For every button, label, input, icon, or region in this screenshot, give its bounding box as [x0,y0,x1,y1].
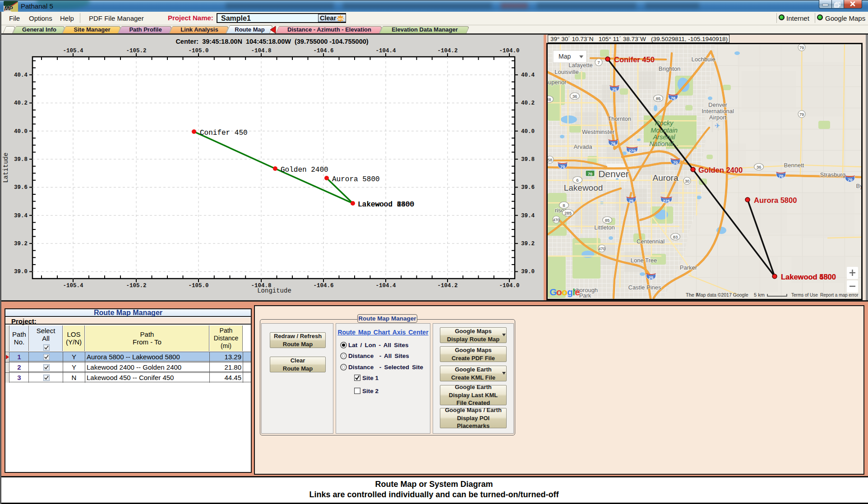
svg-text:25: 25 [649,275,654,280]
svg-text:e: e [575,287,580,297]
svg-text:-105.0: -105.0 [188,283,208,289]
svg-text:o: o [562,287,568,297]
svg-text:6: 6 [576,178,578,183]
svg-text:70: 70 [779,174,784,179]
svg-text:40.2: 40.2 [521,100,535,106]
svg-text:25: 25 [629,198,634,203]
svg-text:85: 85 [605,218,610,223]
svg-text:Map data ©2017 Google: Map data ©2017 Google [697,292,748,298]
svg-text:Strasburg: Strasburg [820,171,845,178]
svg-text:-105.0: -105.0 [188,48,208,54]
svg-text:Lakewood 5800: Lakewood 5800 [781,273,836,281]
svg-text:70: 70 [560,164,565,169]
svg-text:85: 85 [656,96,661,101]
svg-text:-105.4: -105.4 [63,48,83,54]
svg-text:270: 270 [628,148,636,153]
svg-text:Longitude: Longitude [257,287,291,294]
svg-text:70: 70 [673,160,678,165]
svg-text:225: 225 [663,198,670,203]
svg-text:Littleton: Littleton [594,224,615,231]
svg-text:g: g [567,287,573,297]
svg-text:76: 76 [611,141,616,146]
svg-text:Aurora 5800: Aurora 5800 [332,175,380,183]
svg-text:39.4: 39.4 [521,213,535,219]
svg-text:Lone Tree: Lone Tree [631,257,657,264]
svg-text:-104.2: -104.2 [437,283,457,289]
svg-text:39.8: 39.8 [14,156,28,163]
svg-text:Castle Pines: Castle Pines [628,284,661,291]
svg-text:28: 28 [548,97,551,102]
svg-text:G: G [549,287,557,297]
svg-text:36: 36 [757,165,762,170]
svg-text:✈: ✈ [715,122,720,129]
svg-text:Lakewood: Lakewood [564,183,603,192]
svg-text:40.4: 40.4 [14,72,28,78]
svg-text:-105.4: -105.4 [63,283,83,289]
svg-text:Parker: Parker [680,264,697,271]
svg-text:Latitude: Latitude [2,152,9,183]
svg-text:39.0: 39.0 [14,269,28,275]
svg-text:39.6: 39.6 [14,184,28,191]
svg-text:Thornton: Thornton [608,115,631,122]
svg-text:Superior: Superior [548,79,567,86]
svg-text:40.2: 40.2 [14,100,28,106]
svg-text:International: International [702,108,734,115]
svg-text:70: 70 [848,177,853,182]
svg-text:Louisville: Louisville [554,69,578,75]
svg-text:70: 70 [588,172,592,176]
svg-text:39.4: 39.4 [14,213,28,219]
svg-text:Centennial: Centennial [637,238,665,245]
svg-text:-104.6: -104.6 [313,283,333,289]
svg-text:Golden 2400: Golden 2400 [281,166,328,174]
svg-text:-104.2: -104.2 [437,48,457,54]
svg-text:36: 36 [573,94,577,99]
svg-text:470: 470 [553,218,559,222]
svg-text:Rocky: Rocky [655,119,674,127]
svg-text:30: 30 [685,179,689,183]
svg-text:39.2: 39.2 [521,241,535,247]
svg-text:Brighton: Brighton [659,65,680,72]
svg-text:Lochbuie: Lochbuie [692,56,716,63]
svg-text:MP: MP [4,5,13,12]
svg-text:79: 79 [799,46,804,50]
svg-text:-104.0: -104.0 [499,283,519,289]
svg-text:Conifer 450: Conifer 450 [614,55,655,64]
svg-text:Park: Park [579,292,591,299]
svg-text:Westminster: Westminster [582,128,615,135]
svg-text:Mountain: Mountain [651,127,678,134]
svg-text:40.4: 40.4 [521,72,535,78]
svg-text:-105.2: -105.2 [126,48,146,54]
svg-text:Aurora: Aurora [652,173,678,183]
svg-text:-105.2: -105.2 [126,283,146,289]
svg-text:Airport: Airport [709,114,727,121]
svg-text:-104.8: -104.8 [251,48,271,54]
svg-text:-104.4: -104.4 [375,283,396,289]
svg-text:7: 7 [597,60,600,65]
svg-text:39.8: 39.8 [521,156,535,163]
svg-text:Lakewood 2400: Lakewood 2400 [358,201,415,209]
svg-text:285: 285 [564,211,572,215]
svg-text:Map: Map [559,53,571,60]
svg-text:o: o [556,287,562,297]
svg-text:58: 58 [548,158,552,162]
svg-text:83: 83 [673,234,678,239]
svg-text:Aurora 5800: Aurora 5800 [754,196,797,204]
svg-text:79: 79 [799,112,804,117]
svg-text:40.0: 40.0 [14,128,28,135]
svg-text:Denver: Denver [708,101,728,108]
svg-text:40.0: 40.0 [521,128,535,135]
svg-text:NEW: NEW [338,18,344,20]
svg-text:Arsenal: Arsenal [652,133,675,141]
svg-text:Golden 2400: Golden 2400 [698,166,743,174]
svg-text:Terms of Use: Terms of Use [791,293,818,298]
svg-text:-104.4: -104.4 [375,48,396,54]
svg-text:Bennett: Bennett [784,162,804,169]
svg-text:39.2: 39.2 [14,241,28,247]
svg-text:39.0: 39.0 [521,269,535,275]
svg-text:-104.6: -104.6 [313,48,333,54]
svg-text:Conifer 450: Conifer 450 [200,129,248,137]
svg-text:Center: 39:45:18.00N 104:45:: Center: 39:45:18.00N 104:45:18.00W (39.7… [175,38,368,45]
svg-text:By: By [856,183,861,189]
svg-text:25: 25 [612,87,617,92]
svg-text:Arvada: Arvada [573,143,592,150]
